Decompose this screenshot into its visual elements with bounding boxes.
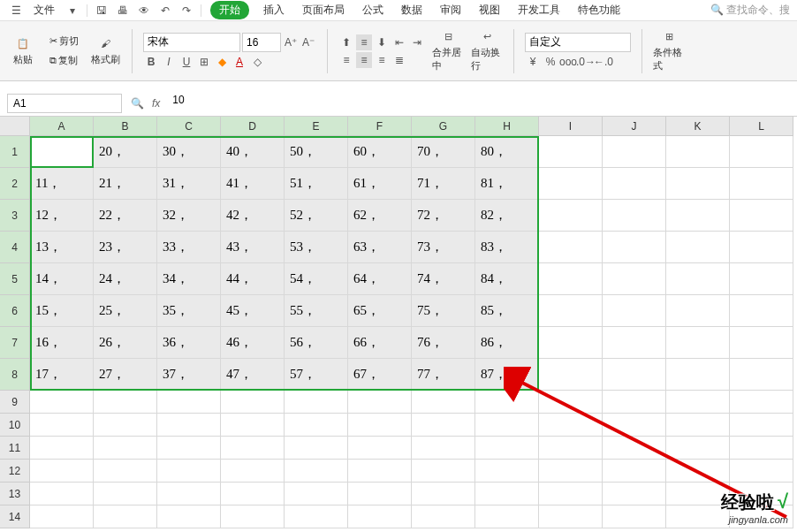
tab-review[interactable]: 审阅 <box>433 1 468 19</box>
cell[interactable] <box>730 200 793 232</box>
cell[interactable] <box>539 232 603 263</box>
cell[interactable]: 11， <box>30 168 94 200</box>
cell[interactable]: 32， <box>157 200 221 232</box>
cell[interactable]: 45， <box>221 295 285 327</box>
copy-button[interactable]: ⧉复制 <box>46 52 82 70</box>
cell[interactable] <box>30 505 94 528</box>
cell[interactable] <box>539 414 603 437</box>
cell[interactable]: 53， <box>285 232 348 263</box>
align-left-icon[interactable]: ≡ <box>338 52 354 68</box>
row-header[interactable]: 14 <box>0 505 30 528</box>
cell[interactable]: 41， <box>221 168 285 200</box>
tab-page-layout[interactable]: 页面布局 <box>295 1 352 19</box>
cell[interactable]: 75， <box>412 295 475 327</box>
cell[interactable]: 21， <box>94 168 157 200</box>
cell[interactable] <box>603 460 666 483</box>
column-header[interactable]: H <box>475 117 539 136</box>
cell[interactable]: 30， <box>157 136 221 168</box>
cell[interactable] <box>157 460 221 483</box>
cell[interactable] <box>603 391 666 414</box>
row-header[interactable]: 9 <box>0 391 30 414</box>
cell[interactable] <box>666 437 730 460</box>
justify-icon[interactable]: ≣ <box>391 52 407 68</box>
cell[interactable] <box>666 327 730 359</box>
column-header[interactable]: J <box>603 117 666 136</box>
cell[interactable] <box>285 505 348 528</box>
cell[interactable]: 26， <box>94 327 157 359</box>
cell[interactable]: 34， <box>157 263 221 295</box>
cell[interactable]: 55， <box>285 295 348 327</box>
cell[interactable] <box>730 168 793 200</box>
cell[interactable] <box>412 460 475 483</box>
cell[interactable]: 77， <box>412 359 475 391</box>
cell[interactable]: 80， <box>475 136 539 168</box>
cell[interactable]: 84， <box>475 263 539 295</box>
cell[interactable]: 43， <box>221 232 285 263</box>
cell[interactable]: 51， <box>285 168 348 200</box>
cell[interactable] <box>666 263 730 295</box>
cell[interactable]: 74， <box>412 263 475 295</box>
row-header[interactable]: 1 <box>0 136 30 168</box>
cell[interactable]: 44， <box>221 263 285 295</box>
cell[interactable] <box>94 437 157 460</box>
preview-icon[interactable]: 👁 <box>135 2 153 19</box>
row-header[interactable]: 5 <box>0 263 30 295</box>
cell[interactable]: 47， <box>221 359 285 391</box>
italic-icon[interactable]: I <box>161 54 177 70</box>
cell[interactable]: 12， <box>30 200 94 232</box>
bold-icon[interactable]: B <box>143 54 159 70</box>
cell[interactable] <box>730 460 793 483</box>
fx-icon[interactable]: fx <box>152 97 160 110</box>
cell[interactable] <box>603 505 666 528</box>
cell[interactable] <box>730 359 793 391</box>
border-icon[interactable]: ⊞ <box>196 54 212 70</box>
format-painter-button[interactable]: 🖌 格式刷 <box>89 30 121 72</box>
cell[interactable] <box>666 414 730 437</box>
cell[interactable] <box>539 295 603 327</box>
cell[interactable]: 25， <box>94 295 157 327</box>
cell[interactable] <box>730 136 793 168</box>
cell[interactable] <box>30 437 94 460</box>
cell[interactable] <box>94 505 157 528</box>
column-header[interactable]: A <box>30 117 94 136</box>
cell[interactable]: 83， <box>475 232 539 263</box>
cell[interactable] <box>666 136 730 168</box>
cell[interactable] <box>30 391 94 414</box>
wrap-button[interactable]: ↩ 自动换行 <box>471 30 503 72</box>
cell[interactable] <box>603 437 666 460</box>
cell[interactable] <box>157 414 221 437</box>
column-header[interactable]: D <box>221 117 285 136</box>
column-header[interactable]: C <box>157 117 221 136</box>
cell[interactable]: 76， <box>412 327 475 359</box>
cell[interactable] <box>666 168 730 200</box>
cell[interactable] <box>412 437 475 460</box>
row-header[interactable]: 6 <box>0 295 30 327</box>
inc-decimal-icon[interactable]: .0→ <box>578 54 594 70</box>
row-header[interactable]: 12 <box>0 460 30 483</box>
cell[interactable] <box>666 391 730 414</box>
cell[interactable]: 35， <box>157 295 221 327</box>
cell[interactable] <box>603 295 666 327</box>
cell[interactable] <box>157 391 221 414</box>
decrease-font-icon[interactable]: A⁻ <box>300 34 316 50</box>
cell[interactable] <box>412 391 475 414</box>
cells-grid[interactable]: 10，20，30，40，50，60，70，80，11，21，31，41，51，6… <box>30 136 793 528</box>
tab-developer[interactable]: 开发工具 <box>511 1 567 19</box>
cell[interactable] <box>475 391 539 414</box>
cell[interactable] <box>285 391 348 414</box>
cell[interactable]: 54， <box>285 263 348 295</box>
number-format-select[interactable]: 自定义 <box>525 33 631 52</box>
tab-data[interactable]: 数据 <box>394 1 429 19</box>
cell[interactable]: 63， <box>348 232 412 263</box>
cell[interactable] <box>730 414 793 437</box>
cell[interactable] <box>603 136 666 168</box>
indent-left-icon[interactable]: ⇤ <box>391 34 407 50</box>
row-header[interactable]: 11 <box>0 437 30 460</box>
cell[interactable] <box>603 200 666 232</box>
column-header[interactable]: I <box>539 117 603 136</box>
cell[interactable]: 33， <box>157 232 221 263</box>
align-center-icon[interactable]: ≡ <box>356 52 372 68</box>
cell[interactable] <box>539 391 603 414</box>
cell[interactable] <box>412 483 475 505</box>
cell[interactable]: 67， <box>348 359 412 391</box>
